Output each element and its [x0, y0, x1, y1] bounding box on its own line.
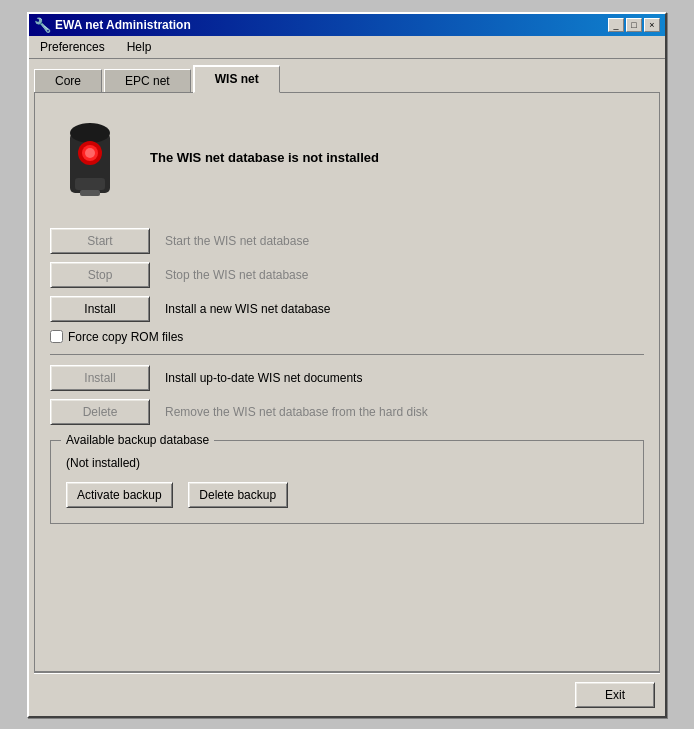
force-copy-row: Force copy ROM files [50, 330, 644, 344]
backup-status: (Not installed) [66, 456, 628, 470]
tab-bar: Core EPC net WIS net [29, 59, 665, 92]
svg-point-4 [85, 148, 95, 158]
title-bar-left: 🔧 EWA net Administration [34, 17, 191, 33]
close-button[interactable]: × [644, 18, 660, 32]
content-area: The WIS net database is not installed St… [34, 92, 660, 672]
svg-rect-5 [75, 178, 105, 190]
tab-wisnet[interactable]: WIS net [193, 65, 280, 93]
menu-preferences[interactable]: Preferences [34, 38, 111, 56]
maximize-button[interactable]: □ [626, 18, 642, 32]
start-button[interactable]: Start [50, 228, 150, 254]
exit-button[interactable]: Exit [575, 682, 655, 708]
menu-help[interactable]: Help [121, 38, 158, 56]
title-bar: 🔧 EWA net Administration _ □ × [29, 14, 665, 36]
delete-button-row: Delete Remove the WIS net database from … [50, 399, 644, 425]
status-section: The WIS net database is not installed [50, 108, 644, 208]
status-message: The WIS net database is not installed [150, 150, 379, 165]
svg-point-1 [70, 123, 110, 143]
backup-buttons: Activate backup Delete backup [66, 482, 628, 508]
device-image [55, 113, 125, 203]
window-title: EWA net Administration [55, 18, 191, 32]
backup-group: Available backup database (Not installed… [50, 440, 644, 524]
start-button-desc: Start the WIS net database [165, 234, 309, 248]
stop-button-desc: Stop the WIS net database [165, 268, 308, 282]
activate-backup-button[interactable]: Activate backup [66, 482, 173, 508]
delete-button-desc: Remove the WIS net database from the har… [165, 405, 428, 419]
backup-group-legend: Available backup database [61, 433, 214, 447]
delete-backup-button[interactable]: Delete backup [188, 482, 288, 508]
force-copy-label[interactable]: Force copy ROM files [68, 330, 183, 344]
device-icon-container [50, 108, 130, 208]
force-copy-checkbox[interactable] [50, 330, 63, 343]
install-docs-button-desc: Install up-to-date WIS net documents [165, 371, 362, 385]
stop-button-row: Stop Stop the WIS net database [50, 262, 644, 288]
delete-button[interactable]: Delete [50, 399, 150, 425]
start-button-row: Start Start the WIS net database [50, 228, 644, 254]
svg-rect-6 [80, 190, 100, 196]
title-buttons: _ □ × [608, 18, 660, 32]
tab-core[interactable]: Core [34, 69, 102, 93]
divider [50, 354, 644, 355]
minimize-button[interactable]: _ [608, 18, 624, 32]
stop-button[interactable]: Stop [50, 262, 150, 288]
menu-bar: Preferences Help [29, 36, 665, 59]
install-button-row: Install Install a new WIS net database [50, 296, 644, 322]
app-icon: 🔧 [34, 17, 50, 33]
install-main-button-desc: Install a new WIS net database [165, 302, 330, 316]
main-window: 🔧 EWA net Administration _ □ × Preferenc… [27, 12, 667, 718]
install-docs-button-row: Install Install up-to-date WIS net docum… [50, 365, 644, 391]
tab-epcnet[interactable]: EPC net [104, 69, 191, 93]
install-main-button[interactable]: Install [50, 296, 150, 322]
bottom-bar: Exit [29, 674, 665, 716]
install-docs-button[interactable]: Install [50, 365, 150, 391]
